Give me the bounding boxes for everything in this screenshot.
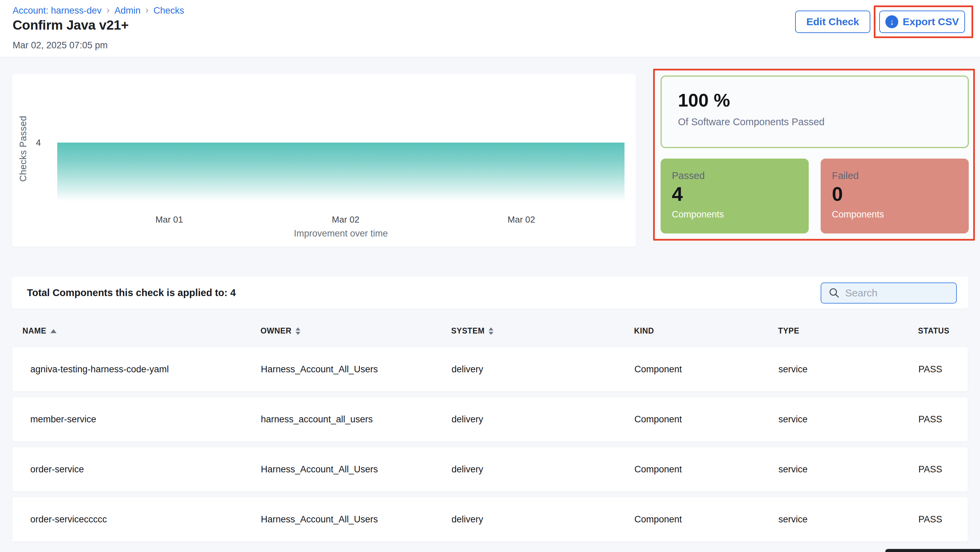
- failed-components-card: Failed 0 Components: [821, 159, 969, 233]
- cell-owner: Harness_Account_All_Users: [261, 364, 452, 375]
- breadcrumb-checks-link[interactable]: Checks: [154, 5, 184, 16]
- export-csv-label: Export CSV: [903, 16, 959, 28]
- table-row[interactable]: order-serviceccccc Harness_Account_All_U…: [12, 497, 968, 542]
- column-header-name[interactable]: NAME: [12, 326, 261, 336]
- percent-passed-caption: Of Software Components Passed: [678, 116, 968, 128]
- cell-name: order-service: [12, 464, 261, 475]
- failed-unit: Components: [832, 209, 969, 220]
- checks-detail-page: Account: harness-dev › Admin › Checks Co…: [0, 0, 980, 552]
- cell-kind: Component: [635, 514, 778, 525]
- failed-count: 0: [832, 184, 969, 204]
- chart-x-tick: Mar 02: [315, 214, 376, 225]
- cell-kind: Component: [635, 414, 778, 425]
- cell-system: delivery: [452, 364, 635, 375]
- column-label: NAME: [22, 326, 46, 336]
- column-label: OWNER: [261, 326, 291, 336]
- chart-x-axis-label: Improvement over time: [273, 228, 409, 239]
- breadcrumb: Account: harness-dev › Admin › Checks: [13, 5, 184, 16]
- table-row[interactable]: member-service harness_account_all_users…: [12, 397, 968, 442]
- download-icon: ↓: [885, 15, 898, 28]
- cell-name: order-serviceccccc: [12, 514, 261, 525]
- page-title: Confirm Java v21+: [13, 18, 129, 33]
- column-header-type: TYPE: [778, 326, 918, 336]
- chevron-right-icon: ›: [106, 5, 110, 16]
- table-row[interactable]: order-service Harness_Account_All_Users …: [12, 447, 968, 492]
- cell-system: delivery: [452, 414, 635, 425]
- column-label: TYPE: [778, 326, 799, 336]
- total-components-caption: Total Components this check is applied t…: [27, 287, 235, 298]
- cell-name: agniva-testing-harness-code-yaml: [12, 364, 261, 375]
- partial-overlay-bar: [885, 549, 980, 552]
- table-toolbar: Total Components this check is applied t…: [12, 277, 968, 309]
- percent-passed-value: 100 %: [678, 90, 968, 110]
- sort-ascending-icon: [50, 329, 57, 333]
- annotation-box-summary-panel: 100 % Of Software Components Passed Pass…: [653, 69, 975, 241]
- chart-y-tick: 4: [27, 138, 41, 148]
- check-timestamp: Mar 02, 2025 07:05 pm: [13, 40, 108, 51]
- cell-status: PASS: [918, 464, 968, 475]
- chevron-right-icon: ›: [145, 5, 149, 16]
- table-header: NAME OWNER SYSTEM KIND TYPE STATUS: [12, 318, 968, 344]
- breadcrumb-admin-link[interactable]: Admin: [115, 5, 141, 16]
- breadcrumb-account-link[interactable]: Account: harness-dev: [13, 5, 102, 16]
- chart-x-tick: Mar 02: [491, 214, 552, 225]
- cell-type: service: [778, 464, 918, 475]
- percent-passed-card: 100 % Of Software Components Passed: [660, 76, 969, 148]
- export-csv-button[interactable]: ↓ Export CSV: [879, 11, 965, 33]
- column-label: KIND: [634, 326, 654, 336]
- sort-icon: [488, 327, 493, 335]
- chart-x-tick: Mar 01: [138, 214, 200, 225]
- passed-unit: Components: [672, 209, 809, 220]
- cell-status: PASS: [918, 364, 968, 375]
- failed-label: Failed: [832, 170, 969, 181]
- cell-kind: Component: [635, 364, 778, 375]
- cell-kind: Component: [635, 464, 778, 475]
- search-box[interactable]: [821, 282, 957, 304]
- cell-name: member-service: [12, 414, 261, 425]
- table-row[interactable]: agniva-testing-harness-code-yaml Harness…: [12, 347, 968, 392]
- column-header-status: STATUS: [918, 326, 968, 336]
- cell-status: PASS: [918, 414, 968, 425]
- cell-status: PASS: [918, 514, 968, 525]
- sort-icon: [296, 327, 300, 335]
- edit-check-label: Edit Check: [807, 16, 859, 28]
- passed-label: Passed: [672, 170, 809, 181]
- page-header: Account: harness-dev › Admin › Checks Co…: [0, 0, 980, 57]
- cell-owner: harness_account_all_users: [261, 414, 452, 425]
- cell-owner: Harness_Account_All_Users: [261, 464, 452, 475]
- passed-components-card: Passed 4 Components: [660, 159, 809, 233]
- edit-check-button[interactable]: Edit Check: [795, 11, 870, 33]
- checks-passed-chart-card: Checks Passed 4 Mar 01 Mar 02 Mar 02 Imp…: [12, 74, 636, 247]
- column-label: STATUS: [918, 326, 949, 336]
- column-header-owner[interactable]: OWNER: [261, 326, 451, 336]
- cell-type: service: [778, 514, 918, 525]
- passed-count: 4: [672, 184, 809, 204]
- cell-type: service: [778, 364, 918, 375]
- cell-owner: Harness_Account_All_Users: [261, 514, 452, 525]
- cell-type: service: [778, 414, 918, 425]
- column-label: SYSTEM: [451, 326, 485, 336]
- column-header-system[interactable]: SYSTEM: [451, 326, 634, 336]
- cell-system: delivery: [452, 464, 635, 475]
- search-icon: [828, 287, 840, 299]
- cell-system: delivery: [452, 514, 635, 525]
- search-input[interactable]: [845, 287, 947, 299]
- column-header-kind: KIND: [634, 326, 778, 336]
- chart-area-series: [57, 143, 625, 201]
